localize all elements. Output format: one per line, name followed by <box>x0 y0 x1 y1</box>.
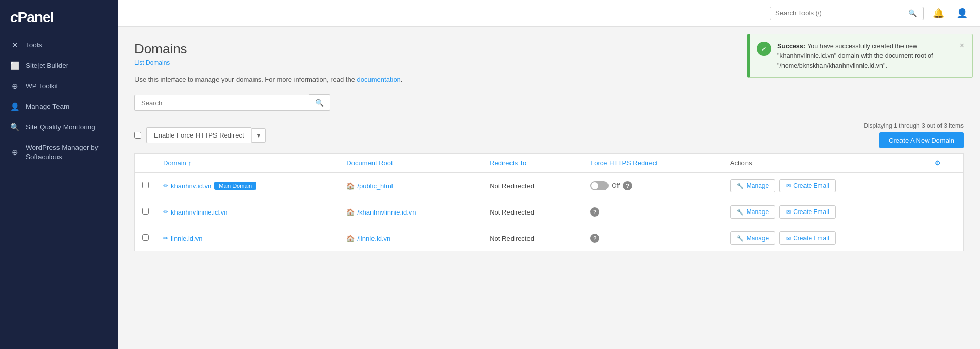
row3-create-email-button[interactable]: ✉ Create Email <box>779 231 835 245</box>
row3-redirects-text: Not Redirected <box>489 235 534 242</box>
sidebar-label-wp-toolkit: WP Toolkit <box>26 82 58 91</box>
cpanel-logo[interactable]: cPanel <box>10 9 53 25</box>
displaying-text: Displaying 1 through 3 out of 3 items <box>864 122 964 129</box>
th-domain[interactable]: Domain ↑ <box>156 154 339 173</box>
notification-close-button[interactable]: × <box>958 42 965 50</box>
toggle-help-icon[interactable]: ? <box>623 181 632 190</box>
row1-redirects-text: Not Redirected <box>489 182 534 190</box>
force-https-toggle[interactable] <box>590 181 609 190</box>
row2-action-buttons: 🔧 Manage ✉ Create Email <box>730 205 920 219</box>
row1-manage-label: Manage <box>747 182 769 189</box>
table-controls: Enable Force HTTPS Redirect ▼ Displaying… <box>134 122 964 148</box>
tools-icon: ✕ <box>10 41 19 50</box>
sidebar-label-tools: Tools <box>26 41 42 50</box>
success-icon: ✓ <box>757 42 771 56</box>
domains-table: Domain ↑ Document Root Redirects To Forc… <box>134 153 964 251</box>
row1-checkbox-cell <box>135 172 156 199</box>
row3-manage-button[interactable]: 🔧 Manage <box>730 231 775 245</box>
domain-search-button[interactable]: 🔍 <box>309 94 330 111</box>
create-email-icon: ✉ <box>786 209 791 216</box>
search-tools-button[interactable]: 🔍 <box>907 9 918 17</box>
force-https-dropdown-button[interactable]: ▼ <box>251 128 266 143</box>
sidebar-label-manage-team: Manage Team <box>26 102 69 111</box>
th-force-https: Force HTTPS Redirect <box>583 154 723 173</box>
row2-doc-root-link[interactable]: 🏠 /khanhnvlinnie.id.vn <box>346 208 475 216</box>
row3-domain-name: linnie.id.vn <box>171 235 202 242</box>
row3-doc-root-link[interactable]: 🏠 /linnie.id.vn <box>346 235 475 242</box>
row2-create-email-label: Create Email <box>793 208 829 216</box>
row1-domain-link[interactable]: ✏ khanhnv.id.vn <box>163 182 211 190</box>
th-gear[interactable]: ⚙ <box>928 154 963 173</box>
row2-https-question-icon[interactable]: ? <box>590 207 599 217</box>
row1-checkbox[interactable] <box>142 182 149 188</box>
toggle-container: Off ? <box>590 181 716 190</box>
row3-actions-cell: 🔧 Manage ✉ Create Email <box>723 225 928 251</box>
sidebar-label-site-quality: Site Quality Monitoring <box>26 123 95 132</box>
row2-redirects-cell: Not Redirected <box>482 199 583 225</box>
row1-domain-name: khanhnv.id.vn <box>171 182 211 190</box>
edit-icon: ✏ <box>163 208 168 216</box>
row3-redirects-cell: Not Redirected <box>482 225 583 251</box>
sidebar-label-sitejet: Sitejet Builder <box>26 61 68 70</box>
search-tools-input[interactable] <box>775 9 907 17</box>
row1-redirects-cell: Not Redirected <box>482 172 583 199</box>
th-redirects-to: Redirects To <box>482 154 583 173</box>
row2-force-https-cell: ? <box>583 199 723 225</box>
row3-domain-link[interactable]: ✏ linnie.id.vn <box>163 235 202 242</box>
row2-domain-cell: ✏ khanhnvlinnie.id.vn <box>156 199 339 225</box>
row3-checkbox[interactable] <box>142 234 149 241</box>
row1-manage-button[interactable]: 🔧 Manage <box>730 179 775 192</box>
select-all-checkbox[interactable] <box>134 132 141 139</box>
page-desc-text: Use this interface to manage your domain… <box>134 75 355 83</box>
row1-create-email-button[interactable]: ✉ Create Email <box>779 179 835 192</box>
row2-doc-root-cell: 🏠 /khanhnvlinnie.id.vn <box>339 199 482 225</box>
sidebar-item-wordpress-manager[interactable]: ⊕ WordPress Manager by Softaculous <box>0 138 118 167</box>
row2-extra-cell <box>928 199 963 225</box>
enable-force-https-button[interactable]: Enable Force HTTPS Redirect <box>146 127 251 143</box>
documentation-link[interactable]: documentation <box>357 75 401 83</box>
row2-doc-root-text: /khanhnvlinnie.id.vn <box>357 208 416 216</box>
edit-icon: ✏ <box>163 182 168 189</box>
sidebar-item-site-quality[interactable]: 🔍 Site Quality Monitoring <box>0 117 118 138</box>
manage-icon: 🔧 <box>737 209 744 216</box>
row2-domain-link[interactable]: ✏ khanhnvlinnie.id.vn <box>163 208 228 216</box>
row3-https-question-icon[interactable]: ? <box>590 234 599 243</box>
row3-force-https-cell: ? <box>583 225 723 251</box>
create-new-domain-button[interactable]: Create A New Domain <box>879 132 964 148</box>
user-account-button[interactable]: 👤 <box>953 6 971 21</box>
wordpress-manager-icon: ⊕ <box>10 148 19 157</box>
site-quality-icon: 🔍 <box>10 123 19 132</box>
toggle-off-label: Off <box>612 182 620 189</box>
sidebar-nav: ✕ Tools ⬜ Sitejet Builder ⊕ WP Toolkit 👤… <box>0 35 118 167</box>
sidebar-item-manage-team[interactable]: 👤 Manage Team <box>0 96 118 117</box>
domain-search-container: 🔍 <box>134 94 340 111</box>
home-icon: 🏠 <box>346 182 355 190</box>
row1-doc-root-text: /public_html <box>357 182 393 190</box>
create-email-icon: ✉ <box>786 235 791 242</box>
notifications-button[interactable]: 🔔 <box>930 6 947 21</box>
row2-manage-button[interactable]: 🔧 Manage <box>730 205 775 219</box>
row2-create-email-button[interactable]: ✉ Create Email <box>779 205 835 219</box>
manage-icon: 🔧 <box>737 235 744 242</box>
sidebar-item-tools[interactable]: ✕ Tools <box>0 35 118 55</box>
row1-doc-root-cell: 🏠 /public_html <box>339 172 482 199</box>
row1-extra-cell <box>928 172 963 199</box>
row3-action-buttons: 🔧 Manage ✉ Create Email <box>730 231 920 245</box>
wp-toolkit-icon: ⊕ <box>10 82 19 91</box>
notification-text: Success: You have successfully created t… <box>777 42 952 70</box>
row1-actions-cell: 🔧 Manage ✉ Create Email <box>723 172 928 199</box>
row2-checkbox[interactable] <box>142 208 149 215</box>
search-tools-container: 🔍 <box>770 7 924 20</box>
sidebar-item-wp-toolkit[interactable]: ⊕ WP Toolkit <box>0 76 118 96</box>
main-content: ✓ Success: You have successfully created… <box>118 27 980 349</box>
topbar: 🔍 🔔 👤 <box>118 0 980 27</box>
sidebar-item-sitejet[interactable]: ⬜ Sitejet Builder <box>0 55 118 76</box>
row1-doc-root-link[interactable]: 🏠 /public_html <box>346 182 475 190</box>
home-icon: 🏠 <box>346 208 355 216</box>
main-domain-badge: Main Domain <box>214 182 256 190</box>
row1-create-email-label: Create Email <box>793 182 829 189</box>
sidebar-label-wordpress-manager: WordPress Manager by Softaculous <box>26 143 108 161</box>
domain-search-input[interactable] <box>134 95 309 111</box>
row2-actions-cell: 🔧 Manage ✉ Create Email <box>723 199 928 225</box>
table-controls-right: Displaying 1 through 3 out of 3 items Cr… <box>864 122 964 148</box>
